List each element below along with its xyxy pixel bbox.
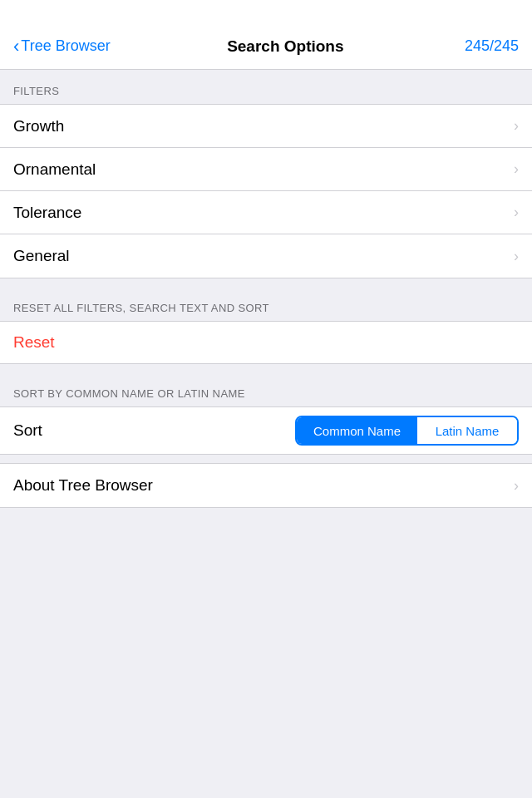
result-count: 245/245 — [461, 37, 519, 55]
chevron-icon: › — [514, 117, 519, 135]
about-tree-browser-item[interactable]: About Tree Browser › — [0, 464, 532, 507]
filters-section-header: FILTERS — [0, 70, 532, 104]
about-label: About Tree Browser — [13, 476, 153, 495]
filter-tolerance-label: Tolerance — [13, 204, 81, 222]
chevron-icon: › — [514, 248, 519, 265]
page-title: Search Options — [111, 37, 461, 56]
sort-segmented-control: Common Name Latin Name — [295, 416, 519, 446]
sort-latin-name-button[interactable]: Latin Name — [417, 417, 517, 444]
reset-label: Reset — [13, 333, 55, 352]
about-section: About Tree Browser › — [0, 463, 532, 508]
filter-general-label: General — [13, 247, 70, 265]
filter-item-ornamental[interactable]: Ornamental › — [0, 148, 532, 191]
sort-section-header: SORT BY COMMON NAME OR LATIN NAME — [0, 372, 532, 406]
filter-item-general[interactable]: General › — [0, 234, 532, 278]
back-button[interactable]: ‹ Tree Browser — [13, 36, 111, 57]
filters-list: Growth › Ornamental › Tolerance › Genera… — [0, 104, 532, 278]
latin-name-label: Latin Name — [436, 424, 500, 438]
chevron-icon: › — [514, 204, 519, 221]
reset-button[interactable]: Reset — [0, 321, 532, 364]
sort-common-name-button[interactable]: Common Name — [297, 417, 417, 444]
chevron-icon: › — [514, 477, 519, 495]
bottom-spacer — [0, 508, 532, 525]
reset-section-header: RESET ALL FILTERS, SEARCH TEXT AND SORT — [0, 287, 532, 321]
nav-bar: ‹ Tree Browser Search Options 245/245 — [0, 23, 532, 70]
status-bar — [0, 0, 532, 23]
sort-label: Sort — [13, 421, 42, 440]
back-label: Tree Browser — [21, 37, 110, 55]
filter-ornamental-label: Ornamental — [13, 160, 96, 179]
filter-item-growth[interactable]: Growth › — [0, 105, 532, 148]
filter-item-tolerance[interactable]: Tolerance › — [0, 191, 532, 234]
chevron-icon: › — [514, 160, 519, 178]
spacer — [0, 364, 532, 372]
filter-growth-label: Growth — [13, 117, 64, 135]
spacer — [0, 278, 532, 287]
sort-row: Sort Common Name Latin Name — [0, 406, 532, 455]
common-name-label: Common Name — [313, 424, 401, 438]
back-chevron-icon: ‹ — [13, 36, 19, 57]
spacer — [0, 455, 532, 463]
